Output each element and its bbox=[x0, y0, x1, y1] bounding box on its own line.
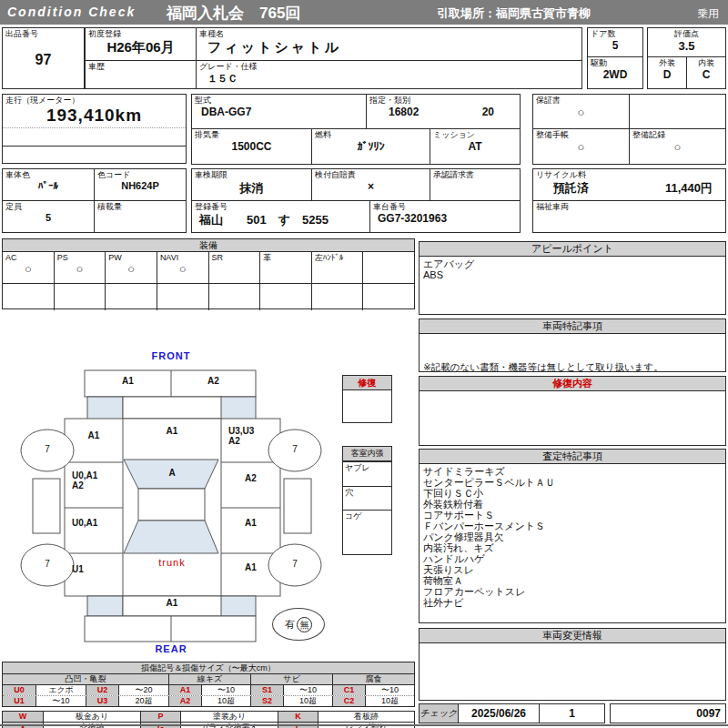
equipment-cell-sr: SR bbox=[208, 252, 260, 283]
exterior-grade-value: D bbox=[648, 68, 686, 81]
assessment-item: サイドミラーキズ bbox=[423, 466, 722, 477]
recycle-fee-value: 11,440円 bbox=[665, 180, 713, 197]
equipment-cell-blank bbox=[362, 252, 414, 283]
bottom-divider bbox=[0, 724, 728, 726]
panel-trunk: trunk bbox=[123, 557, 221, 568]
check-box: 2025/06/26 1 bbox=[458, 703, 605, 723]
legend-code: U3 bbox=[86, 696, 118, 706]
inspection-label: 車検期限 bbox=[192, 169, 311, 180]
mileage-label: 走行（現メーター） bbox=[3, 95, 186, 106]
doors-box: ドア数 5 bbox=[587, 27, 643, 57]
score-value: 3.5 bbox=[648, 39, 725, 53]
cabin-lining-title: 客室内張 bbox=[343, 447, 391, 461]
body-color-label: 車体色 bbox=[3, 169, 94, 180]
legend-code: P bbox=[140, 712, 180, 722]
approval-box: 承認請求書 bbox=[430, 168, 521, 201]
panel-left-rear-fender: U1 bbox=[72, 564, 84, 574]
maintenance-book-label: 整備手帳 bbox=[533, 129, 629, 140]
serial-number: 0097 bbox=[610, 703, 726, 723]
equipment-label: SR bbox=[209, 252, 260, 263]
doors-label: ドア数 bbox=[588, 28, 642, 39]
first-registration-label: 初度登録 bbox=[86, 28, 196, 39]
legend-desc: 〜10 bbox=[35, 696, 86, 706]
equipment-row: AC ○ PS ○ PW ○ NAVI ○ SR 革 左ﾊﾝﾄﾞﾙ bbox=[3, 252, 414, 284]
presence-no-circled: 無 bbox=[297, 617, 312, 632]
check-number: 1 bbox=[540, 704, 604, 723]
appeal-item: ABS bbox=[423, 269, 722, 280]
panel-front-bumper-left: A1 bbox=[85, 376, 171, 386]
repair-details-title: 修復内容 bbox=[420, 377, 725, 391]
lot-number-box: 出品番号 97 bbox=[2, 27, 85, 89]
plate-box: 登録番号 福山 501 す 5255 bbox=[191, 200, 370, 233]
divider bbox=[3, 146, 186, 147]
class-number-value2: 20 bbox=[482, 106, 494, 118]
color-code-box: 色コード NH624P bbox=[94, 168, 187, 201]
panel-rear-hatch: A1 bbox=[123, 598, 221, 608]
mileage-value: 193,410km bbox=[3, 106, 186, 126]
load-box: 積載量 bbox=[94, 200, 187, 233]
legend-desc: エクボ bbox=[35, 685, 86, 695]
divider bbox=[3, 127, 186, 128]
capacity-value: 5 bbox=[3, 212, 94, 223]
drive-value: 2WD bbox=[588, 68, 642, 81]
model-code-value: DBA-GG7 bbox=[192, 106, 366, 118]
capacity-box: 定員 5 bbox=[2, 200, 95, 233]
equipment-empty-row bbox=[3, 284, 414, 310]
equipment-label bbox=[363, 252, 414, 254]
first-registration-value: H26年06月 bbox=[86, 39, 196, 56]
insurance-label: 検付自賠責 bbox=[312, 169, 430, 180]
repair-details-section: 修復内容 bbox=[419, 376, 726, 446]
inspection-value: 抹消 bbox=[192, 180, 311, 197]
equipment-label: 革 bbox=[260, 252, 311, 263]
plate-label: 登録番号 bbox=[192, 201, 369, 212]
damage-legend: 損傷記号＆損傷サイズ（〜最大cm） 凸凹・亀裂 線キズ サビ 腐食 U0 エクボ… bbox=[2, 662, 415, 728]
warranty-value: ○ bbox=[533, 106, 629, 119]
assessment-item: コアサポートＳ bbox=[423, 510, 722, 521]
equipment-value: ○ bbox=[157, 262, 208, 276]
panel-right-front-door: A2 bbox=[221, 473, 280, 483]
equipment-value: ○ bbox=[106, 262, 157, 276]
capacity-label: 定員 bbox=[3, 201, 94, 212]
equipment-title: 装備 bbox=[3, 239, 414, 252]
equipment-value: ○ bbox=[55, 262, 106, 276]
fuel-value: ｶﾞｿﾘﾝ bbox=[312, 140, 430, 153]
assessment-item: 荷物室Ａ bbox=[423, 575, 722, 586]
appeal-item: エアバッグ bbox=[423, 258, 722, 269]
front-label: FRONT bbox=[127, 350, 215, 361]
vin-box: 車台番号 GG7-3201963 bbox=[369, 200, 521, 233]
panel-right-rear-fender: A1 bbox=[221, 562, 280, 572]
legend-code: C1 bbox=[332, 685, 365, 695]
interior-grade-label: 内装 bbox=[687, 57, 725, 68]
warranty-label: 保証書 bbox=[533, 95, 629, 106]
load-label: 積載量 bbox=[95, 201, 186, 212]
equipment-label: 左ﾊﾝﾄﾞﾙ bbox=[312, 252, 363, 263]
insurance-value: × bbox=[312, 180, 430, 193]
equipment-cell-ps: PS ○ bbox=[54, 252, 106, 283]
tire-rear-right: 7 bbox=[281, 559, 308, 569]
history-box: 車歴 bbox=[85, 60, 197, 89]
equipment-cell-pw: PW ○ bbox=[105, 252, 157, 283]
equipment-table: 装備 AC ○ PS ○ PW ○ NAVI ○ SR 革 bbox=[2, 238, 415, 309]
panel-right-front-fender-line2: A2 bbox=[228, 436, 240, 446]
welfare-box: 福祉車両 bbox=[532, 200, 726, 233]
fuel-label: 燃料 bbox=[312, 129, 430, 140]
assessment-item: 外装鉄粉付着 bbox=[423, 499, 722, 510]
warranty-box: 保証書 ○ bbox=[532, 94, 630, 129]
legend-row-1: U0 エクボ U2 〜20 A1 〜10 S1 〜10 C1 〜10 bbox=[3, 685, 414, 696]
legend-code: C2 bbox=[332, 696, 365, 706]
panel-right-rear-door: A1 bbox=[221, 518, 280, 528]
model-code-label: 型式 bbox=[192, 95, 366, 106]
maintenance-record-box: 整備記録 ○ bbox=[629, 128, 726, 165]
damage-legend-title: 損傷記号＆損傷サイズ（〜最大cm） bbox=[3, 662, 414, 674]
grade-value: １５Ｃ bbox=[197, 72, 581, 86]
cabin-row-tear: ヤブレ bbox=[343, 461, 391, 486]
model-name-value: フィットシャトル bbox=[197, 39, 581, 56]
appeal-section: アピールポイント エアバッグ ABS bbox=[419, 241, 726, 315]
legend-desc: 10超 bbox=[201, 696, 250, 706]
cabin-row-hole: 穴 bbox=[343, 486, 391, 510]
equipment-cell-lhd: 左ﾊﾝﾄﾞﾙ bbox=[311, 252, 363, 283]
color-code-value: NH624P bbox=[95, 180, 186, 191]
legend-desc: 〜10 bbox=[283, 685, 332, 695]
panel-left-front-fender: A1 bbox=[65, 430, 123, 440]
mileage-box: 走行（現メーター） 193,410km bbox=[2, 94, 187, 164]
